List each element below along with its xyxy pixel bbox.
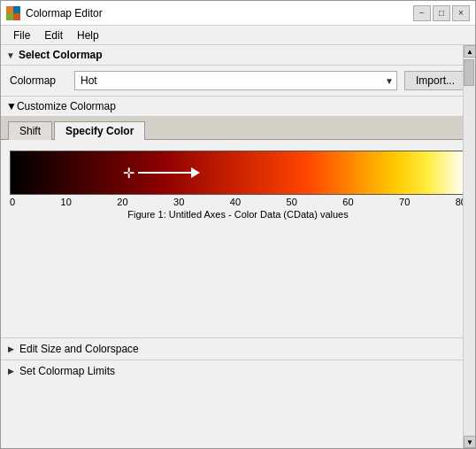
set-limits-header[interactable]: ▶ Set Colormap Limits [1,360,475,382]
scrollbar-down-button[interactable]: ▼ [464,436,475,448]
axis-label-10: 10 [61,197,72,207]
svg-rect-2 [6,13,13,20]
crosshair-cursor: ✛ [122,166,136,180]
menu-edit[interactable]: Edit [37,28,70,43]
select-colormap-header[interactable]: ▼ Select Colormap [1,45,475,66]
customize-arrow: ▼ [6,100,17,112]
menu-help[interactable]: Help [70,28,106,43]
arrow-line [138,172,191,174]
content-spacer [1,227,475,337]
svg-rect-1 [13,6,20,13]
colormap-field-label: Colormap [10,74,67,87]
set-limits-arrow: ▶ [8,367,14,375]
direction-arrow [138,167,200,178]
colormap-bar[interactable]: ✛ [10,151,466,195]
scrollbar-thumb[interactable] [464,59,474,86]
edit-size-header[interactable]: ▶ Edit Size and Colorspace [1,338,475,360]
axis-label-0: 0 [10,197,15,207]
tabs-row: Shift Specify Color [1,117,475,140]
colormap-visual-area: ✛ 0 10 20 30 40 50 [1,140,475,227]
tab-shift[interactable]: Shift [8,121,52,140]
title-bar: Colormap Editor − □ × [1,1,475,26]
scrollbar-up-button[interactable]: ▲ [464,45,475,58]
window-controls: − □ × [413,5,470,21]
colormap-editor-window: Colormap Editor − □ × File Edit Help ▼ S… [0,0,476,449]
axis-label-50: 50 [287,197,297,207]
axis-label-40: 40 [230,197,241,207]
customize-label: Customize Colormap [17,100,116,112]
svg-rect-3 [13,13,20,20]
window-title: Colormap Editor [26,7,408,19]
set-limits-section: ▶ Set Colormap Limits [1,360,475,382]
axis-label-20: 20 [117,197,127,207]
minimize-button[interactable]: − [413,5,431,21]
scrollbar-track [464,58,475,436]
app-icon [6,6,20,20]
select-colormap-label: Select Colormap [19,49,103,61]
set-limits-label: Set Colormap Limits [19,365,115,377]
main-area: ▼ Select Colormap Colormap Hot Jet Parul… [1,45,475,448]
figure-caption: Figure 1: Untitled Axes - Color Data (CD… [10,209,466,220]
edit-size-arrow: ▶ [8,344,14,353]
svg-rect-4 [11,151,465,194]
menu-bar: File Edit Help [1,26,475,45]
axis-labels: 0 10 20 30 40 50 60 70 80 [10,195,466,207]
select-colormap-arrow: ▼ [6,50,15,60]
axis-label-60: 60 [342,197,353,207]
scrollbar[interactable]: ▲ ▼ [463,45,475,448]
import-button[interactable]: Import... [404,71,466,90]
menu-file[interactable]: File [6,28,37,43]
edit-size-section: ▶ Edit Size and Colorspace [1,337,475,360]
content-area: ▼ Select Colormap Colormap Hot Jet Parul… [1,45,475,448]
colormap-row: Colormap Hot Jet Parula Cool Gray ▼ Impo… [1,66,475,96]
colormap-select-wrapper: Hot Jet Parula Cool Gray ▼ [74,71,397,90]
svg-rect-0 [6,6,13,13]
arrow-head [191,167,200,178]
maximize-button[interactable]: □ [433,5,450,21]
close-button[interactable]: × [452,5,470,21]
edit-size-label: Edit Size and Colorspace [19,343,139,355]
axis-label-70: 70 [399,197,410,207]
bottom-sections: ▶ Edit Size and Colorspace ▶ Set Colorma… [1,337,475,448]
customize-section: ▼ Customize Colormap Shift Specify Color [1,96,475,227]
colormap-select[interactable]: Hot Jet Parula Cool Gray [74,71,397,90]
tab-specify-color[interactable]: Specify Color [54,121,145,140]
axis-label-30: 30 [173,197,184,207]
customize-header[interactable]: ▼ Customize Colormap [1,96,475,117]
